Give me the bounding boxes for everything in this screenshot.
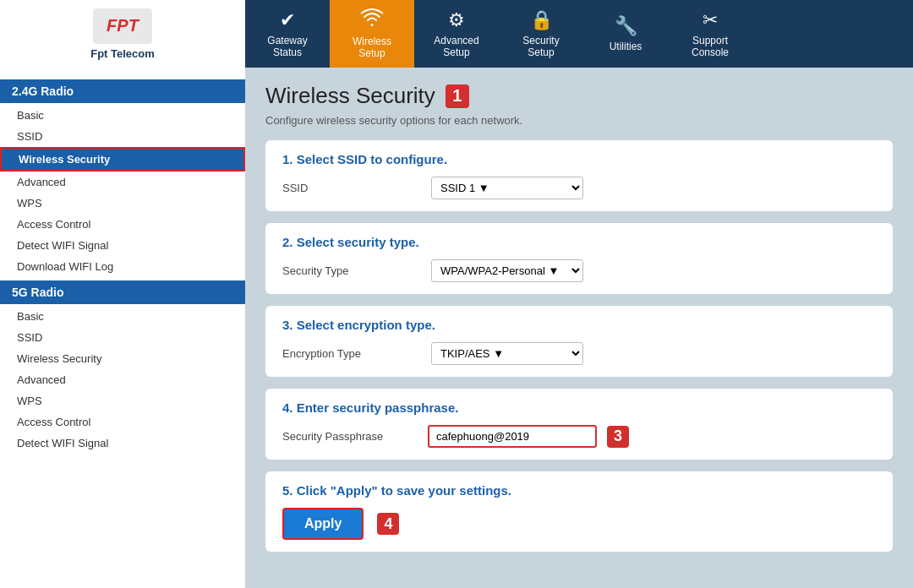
wireless-setup-icon [361, 8, 383, 32]
section-2-card: 2. Select security type. Security Type W… [265, 223, 893, 294]
logo-box: FPT Fpt Telecom [90, 8, 155, 60]
apply-badge: 4 [377, 513, 399, 535]
sidebar-item-basic-2g[interactable]: Basic [0, 105, 245, 126]
title-badge: 1 [446, 84, 469, 108]
section-1-card: 1. Select SSID to configure. SSID SSID 1… [265, 140, 893, 211]
section-3-card: 3. Select encryption type. Encryption Ty… [265, 306, 893, 377]
section-5-title: 5. Click "Apply" to save your settings. [282, 483, 876, 498]
main-container: 2.4G Radio Basic SSID Wireless Security … [0, 68, 913, 588]
sidebar-item-access-control-5g[interactable]: Access Control [0, 411, 245, 433]
passphrase-form-row: Security Passphrase 3 [282, 425, 876, 448]
nav-bar: ✔ GatewayStatus WirelessSetup ⚙ Advanced… [245, 0, 913, 68]
sidebar-item-access-control-2g[interactable]: Access Control [0, 214, 245, 235]
security-passphrase-input[interactable] [428, 425, 597, 448]
security-setup-icon: 🔒 [530, 9, 553, 31]
sidebar-item-advanced-2g[interactable]: Advanced [0, 172, 245, 193]
security-type-select[interactable]: WPA/WPA2-Personal ▼ WPA2-Personal WPA-Pe… [431, 259, 583, 282]
sidebar-section-5g: 5G Radio [0, 280, 245, 304]
security-type-label: Security Type [282, 264, 418, 277]
nav-utilities[interactable]: 🔧 Utilities [583, 0, 668, 68]
ssid-select[interactable]: SSID 1 ▼ SSID 2 SSID 3 SSID 4 [431, 177, 583, 199]
encryption-type-label: Encryption Type [282, 347, 418, 360]
page-title-row: Wireless Security 1 [265, 83, 893, 109]
nav-security-setup[interactable]: 🔒 SecuritySetup [499, 0, 583, 68]
apply-button[interactable]: Apply [282, 508, 364, 540]
sidebar-item-detect-wifi-2g[interactable]: Detect WIFI Signal [0, 235, 245, 256]
sidebar-item-download-wifi-2g[interactable]: Download WIFI Log [0, 256, 245, 277]
logo-image: FPT [93, 8, 152, 44]
utilities-icon: 🔧 [615, 15, 637, 37]
sidebar-item-wireless-security-2g[interactable]: Wireless Security [0, 147, 245, 172]
sidebar: 2.4G Radio Basic SSID Wireless Security … [0, 68, 245, 588]
encryption-type-select[interactable]: TKIP/AES ▼ TKIP AES [431, 342, 583, 365]
section-5-card: 5. Click "Apply" to save your settings. … [265, 471, 893, 552]
passphrase-badge: 3 [607, 426, 629, 448]
support-console-icon: ✂ [703, 9, 718, 31]
section-1-title: 1. Select SSID to configure. [282, 152, 876, 166]
content-area: Wireless Security 1 Configure wireless s… [245, 68, 913, 588]
sidebar-item-wps-2g[interactable]: WPS [0, 193, 245, 214]
section-3-title: 3. Select encryption type. [282, 318, 876, 332]
encryption-type-form-row: Encryption Type TKIP/AES ▼ TKIP AES [282, 342, 876, 365]
sidebar-item-detect-wifi-5g[interactable]: Detect WIFI Signal [0, 433, 245, 454]
security-type-form-row: Security Type WPA/WPA2-Personal ▼ WPA2-P… [282, 259, 876, 282]
section-4-card: 4. Enter security passphrase. Security P… [265, 389, 893, 460]
ssid-form-row: SSID SSID 1 ▼ SSID 2 SSID 3 SSID 4 [282, 177, 876, 199]
sidebar-item-ssid-2g[interactable]: SSID [0, 126, 245, 147]
section-2-title: 2. Select security type. [282, 235, 876, 249]
security-passphrase-label: Security Passphrase [282, 430, 418, 443]
page-title: Wireless Security [265, 83, 435, 109]
sidebar-item-wps-5g[interactable]: WPS [0, 390, 245, 411]
sidebar-item-advanced-5g[interactable]: Advanced [0, 369, 245, 390]
nav-advanced-setup[interactable]: ⚙ AdvancedSetup [414, 0, 499, 68]
header: FPT Fpt Telecom ✔ GatewayStatus Wireless… [0, 0, 913, 68]
logo-subtitle: Fpt Telecom [90, 47, 155, 60]
sidebar-item-basic-5g[interactable]: Basic [0, 306, 245, 327]
logo-area: FPT Fpt Telecom [0, 0, 245, 68]
gateway-status-icon: ✔ [280, 9, 295, 31]
nav-support-console[interactable]: ✂ SupportConsole [668, 0, 752, 68]
page-subtitle: Configure wireless security options for … [265, 114, 893, 127]
nav-wireless-setup[interactable]: WirelessSetup [330, 0, 414, 68]
sidebar-item-ssid-5g[interactable]: SSID [0, 327, 245, 348]
sidebar-section-2g: 2.4G Radio [0, 79, 245, 103]
sidebar-item-wireless-security-5g[interactable]: Wireless Security [0, 348, 245, 369]
apply-btn-wrap: Apply 4 [282, 508, 876, 540]
ssid-label: SSID [282, 182, 418, 194]
section-4-title: 4. Enter security passphrase. [282, 400, 876, 415]
nav-gateway-status[interactable]: ✔ GatewayStatus [245, 0, 330, 68]
advanced-setup-icon: ⚙ [448, 9, 465, 31]
logo-fpt-text: FPT [107, 16, 139, 35]
